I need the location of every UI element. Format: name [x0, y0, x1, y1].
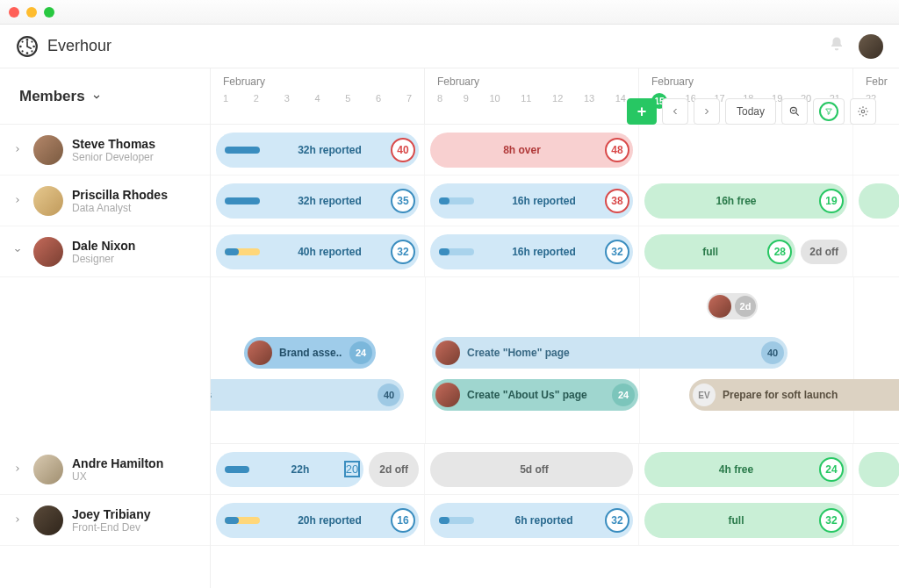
week-cell[interactable]: 16h reported38 — [425, 176, 639, 226]
avatar — [708, 295, 731, 318]
avatar[interactable] — [33, 506, 63, 535]
avatar[interactable] — [33, 237, 63, 267]
month-label: Febr — [866, 75, 899, 88]
summary-pill[interactable]: 32h reported40 — [216, 133, 419, 168]
week-cell[interactable]: 22h202d off — [211, 444, 425, 494]
week-cell[interactable] — [853, 444, 899, 494]
week-cell[interactable] — [853, 125, 899, 175]
chevron-right-icon[interactable] — [11, 144, 25, 156]
week-cell[interactable]: 16h free19 — [639, 176, 853, 226]
task-label: Prepare for soft launch — [723, 389, 899, 401]
off-pill[interactable]: 5d off — [430, 452, 633, 487]
chevron-down-icon — [90, 90, 103, 103]
notifications-icon[interactable] — [829, 36, 845, 56]
week-days: 891011121314 — [437, 93, 626, 104]
summary-pill[interactable]: full28 — [644, 234, 795, 269]
members-sidebar: Members Steve ThomasSenior DeveloperPris… — [0, 68, 211, 588]
pill-label: 6h reported — [483, 514, 605, 527]
month-label: February — [437, 75, 626, 88]
progress-bar — [439, 248, 474, 255]
chevron-right-icon[interactable] — [11, 514, 25, 527]
week-cell[interactable]: 5d off — [425, 444, 639, 494]
member-row-joey: Joey TribianyFront-End Dev — [0, 495, 210, 546]
week-cell[interactable]: 6h reported32 — [425, 495, 639, 545]
task-bar[interactable]: Create "Home" page40 — [432, 337, 788, 369]
member-role: Front-End Dev — [72, 521, 150, 534]
summary-pill[interactable]: full32 — [644, 503, 847, 538]
member-role: Designer — [72, 253, 135, 265]
summary-pill[interactable]: 16h free19 — [644, 183, 847, 219]
day-label: 8 — [437, 93, 442, 104]
zoom-out-button[interactable] — [781, 98, 808, 125]
svg-point-10 — [861, 110, 865, 113]
timeline-row-priscilla: 32h reported3516h reported3816h free19 — [211, 176, 899, 226]
task-bar[interactable]: Brand asse..24 — [244, 337, 376, 369]
task-bar[interactable]: EVPrepare for soft launch — [689, 379, 899, 411]
summary-pill[interactable]: 22h20 — [216, 452, 363, 487]
task-hours: 24 — [612, 384, 635, 406]
task-bar[interactable]: Working on prototypes40 — [211, 379, 404, 411]
pill-count: 20 — [344, 461, 360, 477]
week-cell[interactable] — [853, 176, 899, 226]
pill-label: 32h reported — [269, 144, 391, 156]
member-name: Priscilla Rhodes — [72, 188, 168, 202]
mini-assignment-chip[interactable]: 2d — [707, 293, 758, 319]
summary-pill[interactable]: 6h reported32 — [430, 503, 633, 538]
week-cell[interactable]: full32 — [639, 495, 853, 545]
chevron-right-icon[interactable] — [11, 195, 25, 207]
summary-pill[interactable]: 8h over48 — [430, 133, 633, 168]
day-label: 5 — [345, 93, 350, 104]
week-cell[interactable] — [853, 226, 899, 276]
minimize-window-light[interactable] — [26, 7, 37, 18]
week-cell[interactable] — [639, 125, 853, 175]
week-cell[interactable]: +Today8h over48 — [425, 125, 639, 175]
next-button[interactable] — [694, 98, 720, 125]
avatar[interactable] — [33, 186, 63, 216]
summary-pill[interactable]: 40h reported32 — [216, 234, 419, 269]
settings-button[interactable] — [850, 98, 876, 125]
week-cell[interactable] — [853, 495, 899, 545]
task-bar[interactable]: Create "About Us" page24 — [432, 379, 638, 411]
task-label: Create "About Us" page — [467, 389, 607, 401]
week-cell[interactable]: 40h reported32 — [211, 226, 425, 276]
week-cell[interactable]: 4h free24 — [639, 444, 853, 494]
app-bar: Everhour — [0, 25, 899, 68]
extra-chip[interactable]: 2d off — [801, 240, 847, 264]
avatar[interactable] — [33, 455, 63, 484]
summary-pill[interactable]: 4h free24 — [644, 452, 847, 487]
add-button[interactable]: + — [627, 98, 657, 125]
maximize-window-light[interactable] — [44, 7, 54, 18]
close-window-light[interactable] — [9, 7, 19, 18]
week-cell[interactable]: 32h reported35 — [211, 176, 425, 226]
svg-point-2 — [26, 52, 29, 54]
summary-pill[interactable] — [859, 183, 899, 219]
current-user-avatar[interactable] — [859, 34, 883, 59]
pill-count: 38 — [605, 189, 629, 213]
week-cell[interactable]: 20h reported16 — [211, 495, 425, 545]
summary-pill[interactable]: 16h reported38 — [430, 183, 633, 219]
members-dropdown[interactable]: Members — [0, 68, 210, 125]
member-role: Senior Developer — [72, 151, 155, 163]
day-label: 7 — [406, 93, 412, 104]
member-role: UX — [72, 470, 163, 483]
summary-pill[interactable] — [859, 452, 899, 487]
chevron-down-icon[interactable] — [11, 245, 25, 258]
today-button[interactable]: Today — [725, 98, 776, 125]
week-cell[interactable]: 32h reported40 — [211, 125, 425, 175]
week-cell[interactable]: full282d off — [639, 226, 853, 276]
prev-button[interactable] — [662, 98, 688, 125]
member-name: Joey Tribiany — [72, 507, 150, 521]
app-logo[interactable]: Everhour — [16, 35, 111, 58]
chevron-right-icon[interactable] — [11, 463, 25, 476]
week-column: February891011121314 — [425, 68, 639, 124]
avatar[interactable] — [33, 135, 63, 165]
summary-pill[interactable]: 16h reported32 — [430, 234, 633, 269]
week-cell[interactable]: 16h reported32 — [425, 226, 639, 276]
task-hours: 24 — [349, 341, 372, 364]
summary-pill[interactable]: 20h reported16 — [216, 503, 419, 538]
summary-pill[interactable]: 32h reported35 — [216, 183, 419, 219]
pill-label: full — [653, 246, 767, 258]
extra-chip[interactable]: 2d off — [369, 452, 419, 487]
progress-bar — [225, 147, 260, 154]
filter-button[interactable] — [813, 98, 845, 125]
